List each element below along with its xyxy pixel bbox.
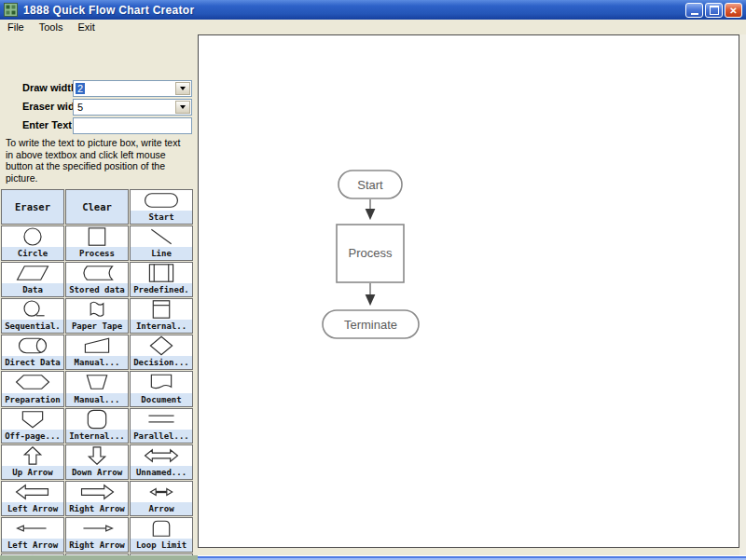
shape-button-down-arrow-block[interactable]: Down Arrow [65,444,129,480]
paper-tape-icon [66,299,128,320]
button-label: Line [131,247,192,260]
shape-button-start[interactable]: Start [130,189,193,225]
parallel-lines-icon [131,409,192,430]
shape-button-unnamed[interactable]: Unnamed... [130,444,193,480]
button-label: Loop Limit [131,539,192,552]
shape-button-paper-tape[interactable]: Paper Tape [65,298,129,334]
tool-panel: Draw width 2 Eraser width 5 Enter Text T… [0,34,196,555]
menu-exit[interactable]: Exit [70,20,102,34]
direct-data-icon [2,335,63,356]
chevron-down-icon[interactable] [175,101,190,114]
off-page-connector-icon [2,409,63,430]
shape-button-internal-storage[interactable]: Internal.. [130,298,193,334]
shape-button-arrow[interactable]: Arrow [130,481,193,516]
shape-button-off-page[interactable]: Off-page... [1,408,64,444]
block-arrow-left-icon [2,482,63,502]
minimize-button[interactable] [685,3,703,18]
thin-arrow-right-icon [66,518,128,539]
shape-button-preparation[interactable]: Preparation [1,371,64,406]
document-icon [131,372,192,392]
shape-button-stored-data[interactable]: Stored data [65,262,129,297]
titlebar: 1888 Quick Flow Chart Creator [0,0,746,20]
button-label: Start [131,211,192,224]
clear-button[interactable]: Clear [65,189,129,225]
square-icon [66,226,128,247]
parallelogram-icon [2,263,63,283]
button-label: Direct Data [2,356,63,369]
shape-button-decision[interactable]: Decision... [130,335,193,370]
button-label: Predefined. [131,283,192,296]
block-arrow-right-icon [66,482,128,502]
shape-button-left-arrow-block[interactable]: Left Arrow [1,481,64,516]
window-bottom-edge-left [0,555,198,560]
button-label: Up Arrow [2,466,63,479]
enter-text-label: Enter Text [22,119,72,130]
shape-button-data[interactable]: Data [1,262,64,297]
button-label: Decision... [131,356,192,369]
shape-button-sequential[interactable]: Sequential. [1,298,64,334]
button-label: Right Arrow [66,539,128,552]
eraser-width-combobox[interactable]: 5 [73,99,192,116]
flowchart-drawing: Start Process Terminate [199,35,739,547]
button-label: Off-page... [2,430,63,443]
button-label: Stored data [66,283,128,296]
button-label: Unnamed... [131,466,192,479]
button-label: Left Arrow [2,539,63,552]
button-label: Arrow [131,502,192,515]
internal-storage-icon [131,299,192,320]
shape-button-right-arrow-block[interactable]: Right Arrow [65,481,129,516]
button-label: Preparation [2,393,63,406]
draw-width-combobox[interactable]: 2 [73,80,192,97]
circle-icon [2,226,63,247]
button-label: Manual... [66,393,128,406]
rounded-square-icon [66,409,128,430]
shape-button-manual-input[interactable]: Manual... [65,335,129,370]
menu-file[interactable]: File [0,20,32,34]
app-window: 1888 Quick Flow Chart Creator File Tools… [0,0,746,560]
menu-tools[interactable]: Tools [32,20,71,34]
eraser-width-value: 5 [76,102,85,113]
loop-limit-icon [131,518,192,539]
flow-node-terminate-label: Terminate [344,318,397,332]
button-label: Data [2,283,63,296]
stadium-icon [131,190,192,211]
drawing-canvas[interactable]: Start Process Terminate [198,34,739,548]
window-title: 1888 Quick Flow Chart Creator [23,4,194,17]
button-label: Circle [2,247,63,260]
shape-button-process[interactable]: Process [65,225,129,261]
flow-node-process-label: Process [349,246,393,260]
block-arrow-up-icon [2,445,63,466]
enter-text-input[interactable] [73,117,192,134]
thin-arrow-leftright-icon [131,482,192,502]
flow-node-start-label: Start [357,178,383,192]
shape-button-up-arrow-block[interactable]: Up Arrow [1,444,64,480]
shape-button-line[interactable]: Line [130,225,193,261]
shape-button-loop-limit[interactable]: Loop Limit [130,517,193,553]
button-label: Process [66,247,128,260]
instruction-text: To write the text to picture box, write … [6,137,190,184]
shape-button-circle[interactable]: Circle [1,225,64,261]
draw-width-value: 2 [76,83,85,94]
chevron-down-icon[interactable] [175,82,190,95]
diagonal-line-icon [131,226,192,247]
shape-button-left-arrow-thin[interactable]: Left Arrow [1,517,64,553]
manual-input-icon [66,335,128,356]
manual-operation-icon [66,372,128,392]
shape-button-parallel[interactable]: Parallel... [130,408,193,444]
shape-button-manual-operation[interactable]: Manual... [65,371,129,406]
window-bottom-edge-right [198,555,746,560]
shape-button-document[interactable]: Document [130,371,193,406]
button-label: Manual... [66,356,128,369]
shape-button-direct-data[interactable]: Direct Data [1,335,64,370]
shape-palette: Eraser Clear Start Circle [1,189,193,560]
shape-button-predefined[interactable]: Predefined. [130,262,193,297]
shape-button-right-arrow-thin[interactable]: Right Arrow [65,517,129,553]
shape-button-internal[interactable]: Internal... [65,408,129,444]
predefined-process-icon [131,263,192,283]
button-label: Document [131,393,192,406]
button-label: Down Arrow [66,466,128,479]
button-label: Clear [82,201,112,212]
close-button[interactable] [725,3,742,18]
eraser-button[interactable]: Eraser [1,189,64,225]
restore-button[interactable] [705,3,723,18]
